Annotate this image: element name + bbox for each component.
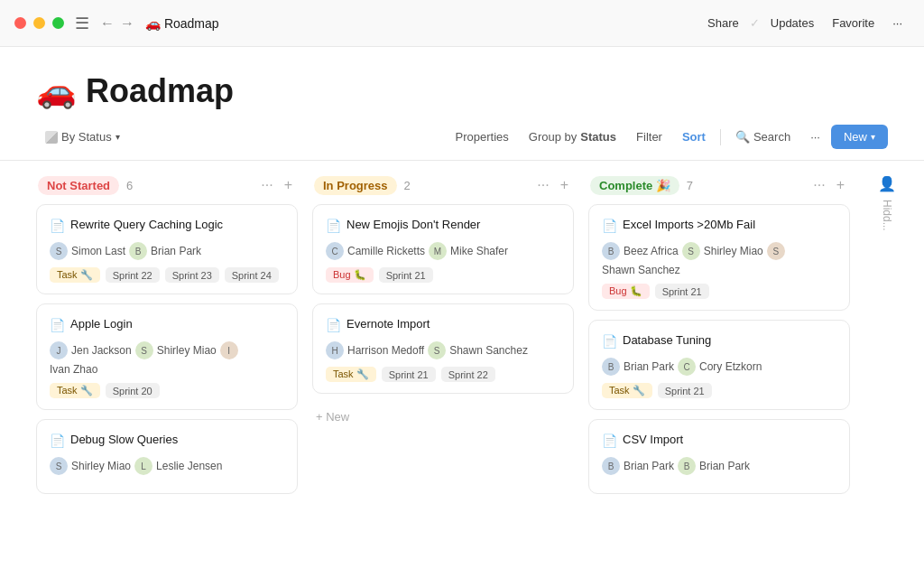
column-add-button-in-progress[interactable]: + bbox=[557, 175, 572, 195]
assignee-name: Brian Park bbox=[624, 360, 674, 373]
search-button[interactable]: 🔍 Search bbox=[726, 126, 799, 148]
card-title: 📄Rewrite Query Caching Logic bbox=[50, 218, 284, 233]
card-tag: Bug 🐛 bbox=[602, 284, 650, 299]
document-icon: 📄 bbox=[50, 434, 65, 448]
card-tag: Sprint 24 bbox=[225, 267, 279, 283]
column-more-button-in-progress[interactable]: ··· bbox=[533, 175, 552, 195]
card-assignees: BBrian ParkBBrian Park bbox=[602, 457, 836, 475]
avatar: S bbox=[428, 341, 446, 359]
column-actions-complete: ···+ bbox=[809, 175, 848, 195]
titlebar-actions: Share ✓ Updates Favorite ··· bbox=[700, 13, 910, 33]
column-more-button-not-started[interactable]: ··· bbox=[257, 175, 276, 195]
card-title: 📄CSV Import bbox=[602, 433, 836, 448]
assignee-name: Ivan Zhao bbox=[50, 363, 97, 376]
column-count-complete: 7 bbox=[687, 179, 693, 192]
card-tag: Sprint 21 bbox=[655, 284, 709, 299]
card-title: 📄Apple Login bbox=[50, 317, 284, 332]
avatar: S bbox=[682, 242, 700, 260]
avatar: B bbox=[602, 242, 620, 260]
assignee-name: Brian Park bbox=[151, 245, 201, 257]
card[interactable]: 📄Excel Imports >20Mb FailBBeez AfricaSSh… bbox=[588, 204, 850, 311]
back-button[interactable]: ← bbox=[100, 15, 115, 32]
card-title-text: Apple Login bbox=[70, 317, 133, 331]
share-button[interactable]: Share bbox=[700, 13, 746, 33]
page-emoji: 🚗 bbox=[36, 72, 77, 110]
column-more-button-complete[interactable]: ··· bbox=[809, 175, 828, 195]
card[interactable]: 📄New Emojis Don't RenderCCamille Rickett… bbox=[312, 204, 574, 294]
document-icon: 📄 bbox=[602, 219, 617, 233]
toolbar-left: By Status ▾ bbox=[36, 126, 129, 148]
document-icon: 📄 bbox=[326, 219, 341, 233]
card-tags: Task 🔧Sprint 22Sprint 23Sprint 24 bbox=[50, 267, 284, 283]
favorite-button[interactable]: Favorite bbox=[825, 13, 882, 33]
hidden-column-icon: 👤 bbox=[878, 175, 896, 192]
assignee-name: Camille Ricketts bbox=[347, 245, 425, 257]
document-icon: 📄 bbox=[602, 334, 617, 349]
card[interactable]: 📄CSV ImportBBrian ParkBBrian Park bbox=[588, 419, 850, 494]
card-title-text: Evernote Import bbox=[346, 317, 430, 331]
card-title: 📄Excel Imports >20Mb Fail bbox=[602, 218, 836, 233]
filter-button[interactable]: Filter bbox=[627, 126, 671, 148]
properties-button[interactable]: Properties bbox=[447, 126, 518, 148]
avatar: S bbox=[50, 457, 68, 475]
page-header: 🚗 Roadmap bbox=[0, 47, 924, 125]
hamburger-icon[interactable]: ☰ bbox=[75, 14, 89, 33]
maximize-button[interactable] bbox=[52, 17, 64, 29]
card[interactable]: 📄Apple LoginJJen JacksonSShirley MiaoIIv… bbox=[36, 303, 298, 410]
assignee-name: Shirley Miao bbox=[704, 245, 763, 257]
card-assignees: SSimon LastBBrian Park bbox=[50, 242, 284, 260]
avatar: H bbox=[326, 341, 344, 359]
new-button[interactable]: New ▾ bbox=[831, 125, 888, 149]
assignee-name: Shirley Miao bbox=[157, 344, 217, 357]
column-label-in-progress: In Progress bbox=[314, 176, 397, 195]
card-assignees: BBrian ParkCCory Etzkorn bbox=[602, 358, 836, 376]
assignee-name: Shawn Sanchez bbox=[602, 264, 680, 276]
card-tags: Task 🔧Sprint 21 bbox=[602, 383, 836, 398]
card-tag: Sprint 21 bbox=[382, 367, 436, 382]
card[interactable]: 📄Debug Slow QueriesSShirley MiaoLLeslie … bbox=[36, 419, 298, 494]
toolbar: By Status ▾ Properties Group by Status F… bbox=[0, 125, 924, 161]
avatar: L bbox=[134, 457, 152, 475]
document-icon: 📄 bbox=[602, 434, 617, 448]
column-add-button-complete[interactable]: + bbox=[833, 175, 848, 195]
card[interactable]: 📄Evernote ImportHHarrison MedoffSShawn S… bbox=[312, 303, 574, 394]
more-button[interactable]: ··· bbox=[885, 13, 910, 33]
card-title-text: Database Tuning bbox=[623, 333, 711, 347]
group-by-label: Group by bbox=[529, 130, 577, 144]
card-tag: Sprint 20 bbox=[106, 383, 160, 398]
assignee-name: Beez Africa bbox=[624, 245, 679, 257]
card[interactable]: 📄Rewrite Query Caching LogicSSimon LastB… bbox=[36, 204, 298, 294]
card-tag: Sprint 23 bbox=[165, 267, 219, 283]
by-status-button[interactable]: By Status ▾ bbox=[36, 126, 129, 148]
hidden-column-label: Hidd... bbox=[881, 200, 893, 231]
card-tag: Task 🔧 bbox=[50, 383, 100, 398]
page-title-text: Roadmap bbox=[86, 72, 234, 110]
group-by-button[interactable]: Group by Status bbox=[520, 126, 625, 148]
card-title: 📄New Emojis Don't Render bbox=[326, 218, 560, 233]
avatar: M bbox=[429, 242, 447, 260]
assignee-name: Shirley Miao bbox=[71, 460, 131, 472]
toolbar-more-button[interactable]: ··· bbox=[801, 126, 829, 148]
card-assignees: SShirley MiaoLLeslie Jensen bbox=[50, 457, 284, 475]
document-icon: 📄 bbox=[50, 318, 65, 332]
toolbar-right: Properties Group by Status Filter Sort 🔍… bbox=[447, 125, 888, 149]
card-assignees: BBeez AfricaSShirley MiaoSShawn Sanchez bbox=[602, 242, 836, 276]
avatar: C bbox=[678, 358, 696, 376]
card-tags: Bug 🐛Sprint 21 bbox=[326, 267, 560, 283]
avatar: S bbox=[767, 242, 785, 260]
new-item-row[interactable]: + New bbox=[312, 403, 574, 431]
search-icon: 🔍 bbox=[735, 130, 750, 144]
chevron-down-icon: ▾ bbox=[116, 132, 120, 142]
forward-button[interactable]: → bbox=[120, 15, 134, 32]
card[interactable]: 📄Database TuningBBrian ParkCCory Etzkorn… bbox=[588, 320, 850, 410]
updates-button[interactable]: Updates bbox=[763, 13, 821, 33]
sort-button[interactable]: Sort bbox=[673, 126, 715, 148]
close-button[interactable] bbox=[14, 17, 26, 29]
page-title: 🚗 Roadmap bbox=[36, 72, 888, 110]
column-add-button-not-started[interactable]: + bbox=[281, 175, 296, 195]
assignee-name: Jen Jackson bbox=[71, 344, 132, 357]
document-icon: 📄 bbox=[326, 318, 341, 332]
card-tags: Task 🔧Sprint 21Sprint 22 bbox=[326, 367, 560, 382]
minimize-button[interactable] bbox=[33, 17, 45, 29]
card-title: 📄Database Tuning bbox=[602, 333, 836, 349]
